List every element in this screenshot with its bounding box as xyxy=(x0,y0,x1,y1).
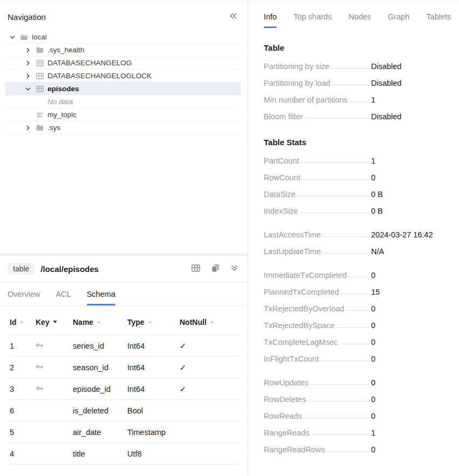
info-value: 0 xyxy=(371,173,375,182)
dotted-leader xyxy=(348,277,369,277)
tree-item-sys[interactable]: .sys xyxy=(5,121,241,134)
chevron-right-icon[interactable] xyxy=(24,124,32,132)
preview-tabs: Overview ACL Schema xyxy=(0,282,248,306)
tab-acl[interactable]: ACL xyxy=(56,290,71,305)
info-row: TxRejectedBySpace 0 xyxy=(264,317,448,334)
folder-open-icon xyxy=(20,33,29,42)
schema-table: Id Key Name Type NotNull 1 series_id Int… xyxy=(0,306,248,465)
info-label: Partitioning by load xyxy=(264,79,330,87)
double-chevron-down-icon xyxy=(230,263,239,274)
info-value: Disabled xyxy=(371,79,401,87)
cell-id: 3 xyxy=(10,385,36,393)
dotted-leader xyxy=(331,68,369,69)
info-label: LastAccessTime xyxy=(264,230,321,239)
info-row: PlannedTxCompleted 15 xyxy=(264,283,448,300)
column-header-notnull[interactable]: NotNull xyxy=(180,318,240,327)
empty-state-label: No data xyxy=(47,98,73,106)
tab-top-shards[interactable]: Top shards xyxy=(293,12,332,28)
info-row: RangeReads 1 xyxy=(264,424,448,441)
column-label: Id xyxy=(10,318,16,327)
dotted-leader xyxy=(332,85,369,85)
tab-nodes[interactable]: Nodes xyxy=(348,12,371,28)
folder-icon xyxy=(36,46,44,55)
object-type-badge: table xyxy=(8,263,35,275)
info-row: InFlightTxCount 0 xyxy=(264,350,448,367)
tab-schema[interactable]: Schema xyxy=(87,290,115,305)
column-label: NotNull xyxy=(180,318,207,327)
tree-item-sys-health[interactable]: .sys_health xyxy=(5,44,241,57)
tree-empty-state: No data xyxy=(5,96,241,108)
cell-type: Utf8 xyxy=(127,450,180,458)
info-label: TxRejectedBySpace xyxy=(264,321,334,330)
info-value: 15 xyxy=(371,288,380,296)
table-row[interactable]: 1 series_id Int64 ✓ xyxy=(10,335,240,357)
info-value: 0 xyxy=(371,271,375,280)
info-row: LastAccessTime 2024-03-27 16:42 xyxy=(264,226,448,243)
navigation-tree: local .sys_health DATABASECHANGELOG xyxy=(5,31,241,134)
cell-notnull: ✓ xyxy=(180,342,240,350)
tab-overview[interactable]: Overview xyxy=(8,290,40,305)
chevron-right-icon[interactable] xyxy=(24,46,32,55)
tree-item-label: DATABASECHANGELOG xyxy=(47,59,132,67)
tree-item-databasechangeloglock[interactable]: DATABASECHANGELOGLOCK xyxy=(5,70,241,83)
info-value: 1 xyxy=(371,96,375,104)
info-row: Partitioning by size Disabled xyxy=(264,58,448,74)
info-label: InFlightTxCount xyxy=(264,355,319,363)
collapse-preview-button[interactable] xyxy=(229,262,240,275)
table-view-icon xyxy=(191,263,201,275)
copy-path-button[interactable] xyxy=(209,262,221,276)
column-header-type[interactable]: Type xyxy=(127,318,180,327)
info-value: 0 xyxy=(371,304,375,313)
column-label: Type xyxy=(127,318,145,327)
info-value: 2024-03-27 16:42 xyxy=(371,230,433,239)
dotted-leader xyxy=(323,236,369,237)
preview-actions xyxy=(190,262,240,276)
table-row[interactable]: 5 air_date Timestamp xyxy=(10,421,240,443)
sort-asc-icon xyxy=(148,321,152,323)
info-row: IndexSize 0 B xyxy=(264,202,448,219)
table-row[interactable]: 3 episode_id Int64 ✓ xyxy=(10,378,240,400)
double-chevron-left-icon xyxy=(229,11,238,22)
tree-item-label: episodes xyxy=(47,85,79,93)
dotted-leader xyxy=(302,179,369,180)
table-row[interactable]: 6 is_deleted Bool xyxy=(10,400,240,421)
info-value: 0 xyxy=(371,338,375,346)
column-header-id[interactable]: Id xyxy=(10,318,36,327)
column-header-name[interactable]: Name xyxy=(73,318,127,327)
column-header-key[interactable]: Key xyxy=(36,318,73,327)
sort-asc-icon xyxy=(97,321,101,323)
info-label: RangeReads xyxy=(264,429,310,437)
info-value: 0 xyxy=(371,412,375,420)
chevron-down-icon[interactable] xyxy=(24,85,32,93)
table-view-button[interactable] xyxy=(190,262,202,276)
chevron-right-icon[interactable] xyxy=(24,59,32,67)
tree-item-databasechangelog[interactable]: DATABASECHANGELOG xyxy=(5,57,241,70)
tab-tablets[interactable]: Tablets xyxy=(426,12,451,28)
info-row: LastUpdateTime N/A xyxy=(264,243,448,260)
dotted-leader xyxy=(340,294,369,294)
dotted-leader xyxy=(346,310,369,311)
tree-item-my-topic[interactable]: my_topic xyxy=(5,108,241,121)
tab-graph[interactable]: Graph xyxy=(388,12,409,28)
info-label: TxRejectedByOverload xyxy=(264,304,344,313)
sort-desc-icon xyxy=(53,321,57,323)
table-row[interactable]: 4 title Utf8 xyxy=(10,443,240,465)
sort-asc-icon xyxy=(210,321,214,323)
table-row[interactable]: 2 season_id Int64 ✓ xyxy=(10,357,240,378)
cell-name: title xyxy=(73,450,127,458)
info-value: 1 xyxy=(371,429,375,437)
key-icon xyxy=(36,342,44,351)
tree-item-episodes[interactable]: episodes xyxy=(5,83,241,96)
key-icon xyxy=(36,364,44,372)
info-row: Min number of partitions 1 xyxy=(264,91,448,108)
info-value: 0 B xyxy=(371,207,383,215)
navigation-header: Navigation xyxy=(0,2,248,29)
info-label: PlannedTxCompleted xyxy=(264,288,339,296)
tab-info[interactable]: Info xyxy=(264,12,277,28)
chevron-down-icon[interactable] xyxy=(8,33,17,42)
info-row: Partitioning by load Disabled xyxy=(264,74,448,91)
collapse-panel-button[interactable] xyxy=(228,10,239,23)
chevron-right-icon[interactable] xyxy=(24,72,32,80)
dotted-leader xyxy=(339,344,369,344)
tree-item-local[interactable]: local xyxy=(5,31,241,44)
